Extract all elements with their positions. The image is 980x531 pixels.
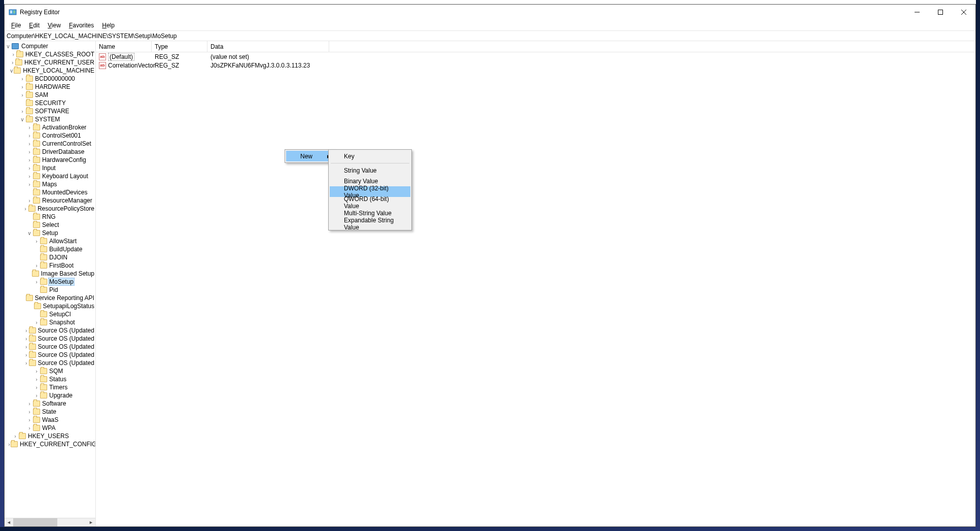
folder-icon [33,173,40,179]
maximize-button[interactable] [929,5,952,20]
menu-view[interactable]: View [44,21,64,30]
tree-node-hku[interactable]: .›HKEY_USERS [5,432,95,440]
tree-node-software[interactable]: ..›SOFTWARE [5,107,95,115]
tree-node-state[interactable]: ...›State [5,408,95,416]
context-menu-key[interactable]: Key [330,151,410,161]
tree-node-keyboardlayout[interactable]: ...›Keyboard Layout [5,172,95,180]
folder-icon [33,181,40,187]
tree-node-system[interactable]: ..vSYSTEM [5,115,95,123]
menu-file[interactable]: File [8,21,24,30]
tree-node-resourcepolicystore[interactable]: ...›ResourcePolicyStore [5,205,95,213]
tree-node-controlset001[interactable]: ...›ControlSet001 [5,131,95,140]
menu-help[interactable]: Help [98,21,118,30]
scroll-right-icon[interactable]: ► [87,518,95,527]
tree-node-hkcu[interactable]: .›HKEY_CURRENT_USER [5,58,95,67]
tree-node-sourceos5[interactable]: ....›Source OS (Updated [5,359,95,367]
address-input[interactable] [7,32,973,40]
value-type: REG_SZ [152,62,207,69]
tree-node-setupcl[interactable]: .....SetupCl [5,310,95,318]
tree-node-driverdatabase[interactable]: ...›DriverDatabase [5,148,95,156]
desktop-background [0,527,980,531]
folder-icon [29,360,36,366]
menubar: File Edit View Favorites Help [5,20,975,30]
titlebar[interactable]: Registry Editor [5,5,975,20]
tree-node-select[interactable]: ....Select [5,221,95,229]
tree-node-activationbroker[interactable]: ...›ActivationBroker [5,123,95,131]
window-title: Registry Editor [20,9,60,16]
tree-node-sqm[interactable]: ....›SQM [5,367,95,375]
scroll-thumb[interactable] [13,518,57,527]
tree-node-firstboot[interactable]: ....›FirstBoot [5,261,95,270]
tree-node-bcd[interactable]: ..›BCD00000000 [5,75,95,83]
value-row[interactable]: abCorrelationVector REG_SZ J0sZPKFaNU6FM… [96,61,975,70]
folder-icon [15,59,22,65]
tree-node-imagebasedsetup[interactable]: .....Image Based Setup [5,270,95,278]
column-data[interactable]: Data [207,41,329,52]
tree-node-mounteddevices[interactable]: ....MountedDevices [5,188,95,196]
tree-node-snapshot[interactable]: ....›Snapshot [5,318,95,326]
tree-node-hkcr[interactable]: .›HKEY_CLASSES_ROOT [5,50,95,58]
tree-node-status[interactable]: ....›Status [5,375,95,383]
tree-node-sam[interactable]: ..›SAM [5,91,95,99]
tree-node-rng[interactable]: ....RNG [5,213,95,221]
tree-node-sourceos3[interactable]: ....›Source OS (Updated [5,343,95,351]
tree-node-hklm[interactable]: .vHKEY_LOCAL_MACHINE [5,67,95,75]
menu-favorites[interactable]: Favorites [65,21,97,30]
tree-node-security[interactable]: ...SECURITY [5,99,95,107]
tree-node-buildupdate[interactable]: .....BuildUpdate [5,245,95,253]
tree-node-input[interactable]: ...›Input [5,164,95,172]
tree-hscrollbar[interactable]: ◄ ► [5,518,95,526]
tree-node-computer[interactable]: vComputer [5,42,95,50]
column-name[interactable]: Name [96,41,152,52]
value-data: (value not set) [207,53,329,60]
tree-pane: vComputer .›HKEY_CLASSES_ROOT .›HKEY_CUR… [5,41,96,526]
folder-icon [40,287,47,293]
tree-node-maps[interactable]: ...›Maps [5,180,95,188]
registry-tree[interactable]: vComputer .›HKEY_CLASSES_ROOT .›HKEY_CUR… [5,41,95,448]
values-pane[interactable]: Name Type Data ab(Default) REG_SZ (value… [96,41,975,526]
folder-icon [33,197,40,204]
folder-icon [26,84,33,90]
tree-node-currentcontrolset[interactable]: ...›CurrentControlSet [5,140,95,148]
close-button[interactable] [952,5,975,20]
value-row[interactable]: ab(Default) REG_SZ (value not set) [96,52,975,61]
tree-node-upgrade[interactable]: ....›Upgrade [5,391,95,400]
tree-node-sourceos4[interactable]: ....›Source OS (Updated [5,351,95,359]
string-value-icon: ab [99,53,106,60]
tree-node-resourcemanager[interactable]: ...›ResourceManager [5,196,95,205]
context-menu-qword-value[interactable]: QWORD (64-bit) Value [330,197,410,208]
tree-node-setup[interactable]: ...vSetup [5,229,95,237]
tree-node-hkcc[interactable]: .›HKEY_CURRENT_CONFIG [5,440,95,448]
tree-node-sourceos1[interactable]: ....›Source OS (Updated [5,326,95,335]
folder-icon [40,238,47,244]
folder-icon [33,124,40,130]
tree-node-hardware[interactable]: ..›HARDWARE [5,83,95,91]
tree-node-wpa[interactable]: ...›WPA [5,424,95,432]
tree-node-setupapilogstatus[interactable]: .....SetupapiLogStatus [5,302,95,310]
address-bar [5,30,975,41]
tree-node-software2[interactable]: ...›Software [5,400,95,408]
tree-node-allowstart[interactable]: ....›AllowStart [5,237,95,245]
folder-icon [40,384,47,390]
context-menu-new[interactable]: New ▶ [286,151,334,161]
context-menu: New ▶ [285,149,335,163]
tree-node-pid[interactable]: .....Pid [5,286,95,294]
context-menu-string-value[interactable]: String Value [330,165,410,176]
context-menu-expandable-value[interactable]: Expandable String Value [330,218,410,229]
folder-icon [26,295,33,301]
tree-node-sourceos2[interactable]: ....›Source OS (Updated [5,335,95,343]
svg-rect-3 [13,11,15,12]
tree-node-djoin[interactable]: .....DJOIN [5,253,95,261]
menu-edit[interactable]: Edit [25,21,43,30]
column-type[interactable]: Type [152,41,207,52]
desktop-background [0,0,4,531]
minimize-button[interactable] [905,5,929,20]
tree-node-mosetup[interactable]: ....›MoSetup [5,278,95,286]
scroll-left-icon[interactable]: ◄ [5,518,13,527]
folder-icon [32,271,39,277]
tree-node-hardwareconfig[interactable]: ...›HardwareConfig [5,156,95,164]
tree-node-timers[interactable]: ....›Timers [5,383,95,391]
string-value-icon: ab [99,62,106,69]
tree-node-servicereporting[interactable]: .....Service Reporting API [5,294,95,302]
tree-node-waas[interactable]: ...›WaaS [5,416,95,424]
